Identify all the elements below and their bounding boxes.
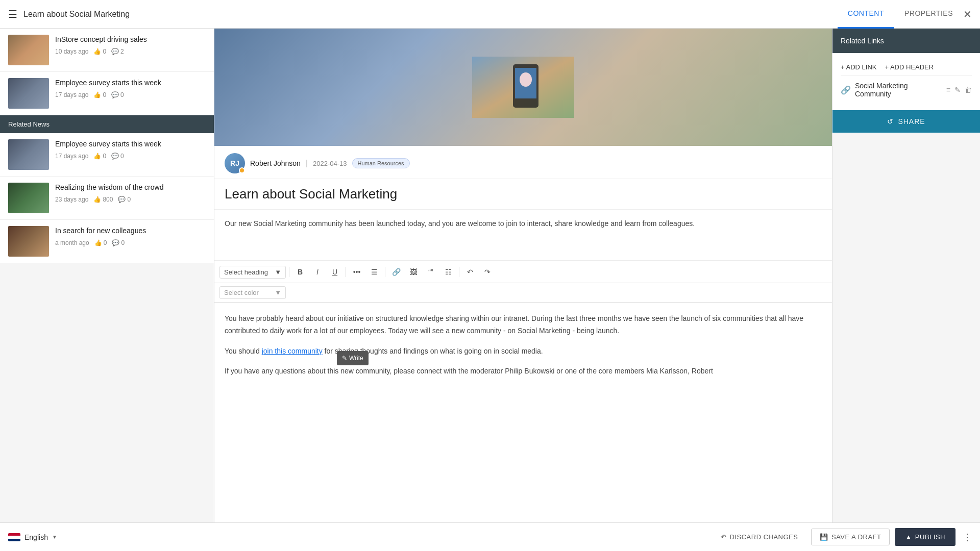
news-date: 10 days ago bbox=[55, 48, 88, 55]
article-body[interactable]: You have probably heard about our initia… bbox=[214, 303, 832, 396]
discard-button[interactable]: ↶ DISCARD CHANGES bbox=[713, 529, 806, 545]
table-button[interactable]: ☷ bbox=[440, 264, 456, 280]
undo-icon: ↶ bbox=[721, 533, 727, 541]
italic-button[interactable]: I bbox=[310, 264, 325, 280]
article-intro[interactable]: Our new Social Marketing community has b… bbox=[214, 210, 832, 261]
publish-icon: ▲ bbox=[905, 533, 912, 541]
heading-select[interactable]: Select heading ▼ bbox=[219, 266, 286, 279]
thumbnail bbox=[8, 35, 49, 65]
list-item[interactable]: InStore concept driving sales 10 days ag… bbox=[0, 29, 214, 72]
publish-button[interactable]: ▲ PUBLISH bbox=[895, 528, 955, 546]
news-title: In search for new colleagues bbox=[55, 226, 206, 236]
news-date: 17 days ago bbox=[55, 91, 88, 98]
svg-point-3 bbox=[520, 72, 532, 87]
redo-button[interactable]: ↷ bbox=[480, 264, 495, 280]
thumbs-up-icon: 👍 bbox=[93, 196, 101, 203]
bottom-bar: English ▼ ↶ DISCARD CHANGES 💾 SAVE A DRA… bbox=[0, 522, 980, 551]
list-item[interactable]: Employee survey starts this week 17 days… bbox=[0, 133, 214, 177]
center-content: RJ Robert Johnson | 2022-04-13 Human Res… bbox=[214, 29, 832, 522]
top-bar-tabs: CONTENT PROPERTIES bbox=[838, 0, 963, 29]
numbered-list-button[interactable]: ☰ bbox=[366, 264, 382, 280]
editor-toolbar: Select heading ▼ B I U ••• ☰ 🔗 🖼 “” ☷ ↶ … bbox=[214, 261, 832, 283]
news-title: InStore concept driving sales bbox=[55, 35, 206, 45]
tab-content[interactable]: CONTENT bbox=[838, 0, 894, 29]
link-icon: 🔗 bbox=[841, 85, 851, 95]
join-community-link[interactable]: join this community bbox=[262, 347, 323, 355]
language-label: English bbox=[24, 533, 48, 541]
edit-icon[interactable]: ✎ bbox=[954, 86, 961, 94]
list-item[interactable]: Realizing the wisdom of the crowd 23 day… bbox=[0, 177, 214, 220]
intro-text: Our new Social Marketing community has b… bbox=[225, 218, 822, 230]
news-likes: 👍 0 bbox=[93, 153, 106, 160]
link-actions: ≡ ✎ 🗑 bbox=[946, 86, 972, 94]
news-comments: 💬 0 bbox=[112, 239, 125, 246]
list-item[interactable]: In search for new colleagues a month ago… bbox=[0, 220, 214, 263]
news-likes: 👍 0 bbox=[93, 91, 106, 98]
left-sidebar: InStore concept driving sales 10 days ag… bbox=[0, 29, 214, 522]
related-link-item: 🔗 Social Marketing Community ≡ ✎ 🗑 bbox=[841, 76, 972, 104]
flag-icon bbox=[8, 533, 20, 541]
comment-icon: 💬 bbox=[111, 153, 119, 160]
author-date: 2022-04-13 bbox=[313, 160, 347, 167]
add-header-button[interactable]: + ADD HEADER bbox=[885, 63, 934, 71]
share-button[interactable]: ↺ SHARE bbox=[832, 110, 980, 133]
news-likes: 👍 0 bbox=[94, 239, 107, 246]
language-selector[interactable]: English ▼ bbox=[8, 533, 57, 541]
thumbs-up-icon: 👍 bbox=[93, 48, 101, 55]
article-author-bar: RJ Robert Johnson | 2022-04-13 Human Res… bbox=[214, 146, 832, 179]
news-comments: 💬 0 bbox=[118, 196, 131, 203]
link-label: Social Marketing Community bbox=[855, 82, 942, 98]
news-date: 17 days ago bbox=[55, 153, 88, 160]
news-date: a month ago bbox=[55, 239, 89, 246]
thumbs-up-icon: 👍 bbox=[93, 153, 101, 160]
comment-icon: 💬 bbox=[118, 196, 126, 203]
right-sidebar: Related Links + ADD LINK + ADD HEADER 🔗 … bbox=[832, 29, 980, 522]
bullet-list-button[interactable]: ••• bbox=[349, 264, 364, 280]
author-name: Robert Johnson bbox=[250, 159, 301, 167]
toolbar-divider bbox=[459, 267, 459, 277]
tab-properties[interactable]: PROPERTIES bbox=[894, 0, 963, 29]
news-title: Employee survey starts this week bbox=[55, 78, 206, 88]
body-paragraph-3: If you have any questions about this new… bbox=[225, 365, 822, 378]
related-links-header: Related Links bbox=[832, 29, 980, 53]
news-meta: a month ago 👍 0 💬 0 bbox=[55, 239, 206, 246]
underline-button[interactable]: U bbox=[327, 264, 342, 280]
save-icon: 💾 bbox=[820, 533, 828, 541]
hero-image bbox=[214, 29, 832, 146]
color-select[interactable]: Select color ▼ bbox=[219, 286, 286, 299]
chevron-down-icon: ▼ bbox=[275, 289, 281, 296]
write-tooltip: ✎ Write bbox=[337, 351, 369, 365]
news-meta: 17 days ago 👍 0 💬 0 bbox=[55, 153, 206, 160]
image-button[interactable]: 🖼 bbox=[406, 264, 421, 280]
news-title: Employee survey starts this week bbox=[55, 139, 206, 149]
more-options-icon[interactable]: ⋮ bbox=[963, 532, 972, 543]
comment-icon: 💬 bbox=[111, 48, 119, 55]
thumbnail bbox=[8, 139, 49, 170]
quote-button[interactable]: “” bbox=[423, 264, 438, 280]
article-title: Learn about Social Marketing bbox=[225, 186, 822, 202]
list-item[interactable]: Employee survey starts this week 17 days… bbox=[0, 72, 214, 115]
close-button[interactable]: ✕ bbox=[963, 8, 972, 20]
save-draft-button[interactable]: 💾 SAVE A DRAFT bbox=[811, 529, 890, 545]
bold-button[interactable]: B bbox=[292, 264, 308, 280]
add-link-button[interactable]: + ADD LINK bbox=[841, 63, 876, 71]
undo-button[interactable]: ↶ bbox=[462, 264, 478, 280]
thumbnail bbox=[8, 226, 49, 257]
related-news-header: Related News bbox=[0, 115, 214, 133]
toolbar-divider bbox=[289, 267, 289, 277]
top-bar-left: ☰ Learn about Social Marketing bbox=[8, 8, 838, 20]
body-paragraph-1: You have probably heard about our initia… bbox=[225, 313, 822, 337]
news-title: Realizing the wisdom of the crowd bbox=[55, 183, 206, 193]
link-button[interactable]: 🔗 bbox=[388, 264, 404, 280]
menu-icon[interactable]: ☰ bbox=[8, 8, 17, 20]
article-tag: Human Resources bbox=[352, 158, 410, 168]
related-links-body: + ADD LINK + ADD HEADER 🔗 Social Marketi… bbox=[832, 53, 980, 110]
news-likes: 👍 0 bbox=[93, 48, 106, 55]
delete-icon[interactable]: 🗑 bbox=[965, 86, 972, 94]
top-bar-title: Learn about Social Marketing bbox=[23, 10, 130, 19]
comment-icon: 💬 bbox=[112, 239, 119, 246]
reorder-icon[interactable]: ≡ bbox=[946, 86, 950, 94]
news-comments: 💬 0 bbox=[111, 153, 124, 160]
article-hero bbox=[214, 29, 832, 146]
top-bar: ☰ Learn about Social Marketing CONTENT P… bbox=[0, 0, 980, 29]
